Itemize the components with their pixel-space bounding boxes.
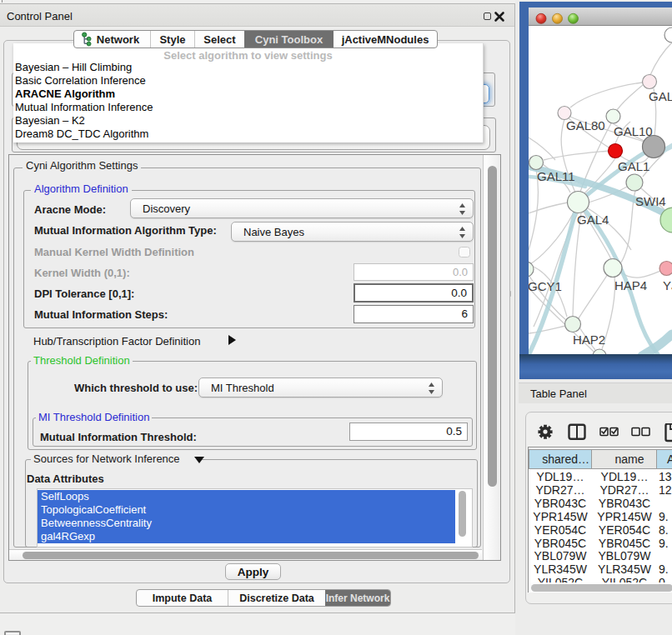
svg-text:GAL7: GAL7	[649, 89, 672, 103]
svg-text:SWI4: SWI4	[635, 194, 666, 208]
svg-text:GAL4: GAL4	[577, 212, 609, 227]
svg-text:HAP2: HAP2	[573, 332, 605, 347]
svg-text:GAL80: GAL80	[566, 118, 605, 132]
svg-text:YJ: YJ	[663, 278, 672, 292]
svg-text:GCY1: GCY1	[529, 279, 562, 293]
svg-text:GAL1: GAL1	[618, 159, 649, 173]
svg-text:GAL11: GAL11	[537, 169, 575, 183]
svg-text:GAL10: GAL10	[614, 124, 653, 138]
svg-text:HAP4: HAP4	[614, 278, 647, 292]
